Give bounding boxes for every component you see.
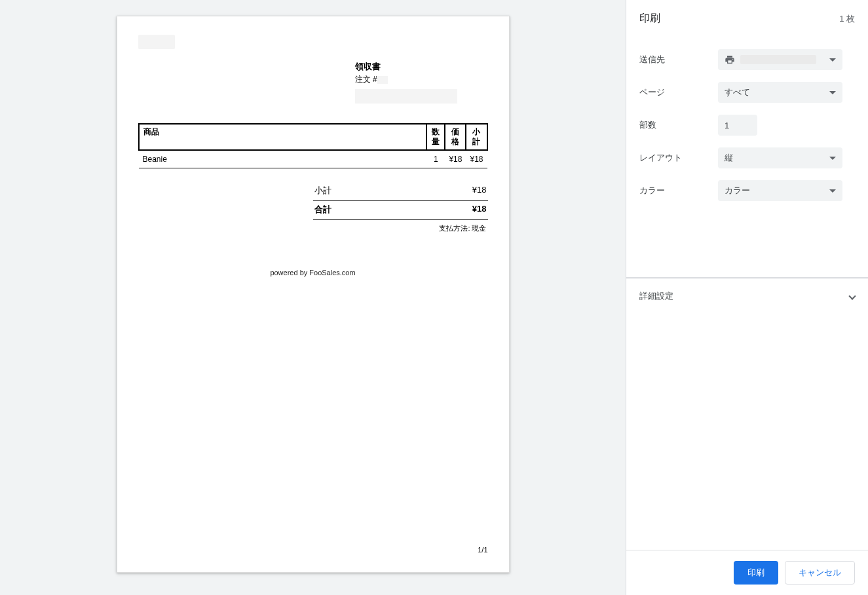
layout-label: レイアウト [639, 152, 718, 164]
payment-method: 支払方法: 現金 [313, 223, 488, 233]
cancel-button[interactable]: キャンセル [785, 561, 855, 585]
totals-block: 小計 ¥18 合計 ¥18 支払方法: 現金 [313, 182, 488, 233]
pages-select[interactable]: すべて [718, 82, 842, 103]
th-product: 商品 [139, 124, 427, 150]
order-number-line: 注文 # [355, 74, 488, 85]
chevron-down-icon [829, 157, 836, 160]
chevron-down-icon [829, 91, 836, 94]
cell-qty: 1 [426, 150, 445, 168]
cell-product: Beanie [139, 150, 427, 168]
sidebar-header: 印刷 1 枚 [626, 0, 868, 37]
chevron-down-icon [848, 292, 856, 299]
destination-select[interactable] [718, 49, 842, 70]
subtotal-value: ¥18 [472, 185, 487, 197]
receipt-page: 領収書 注文 # 商品 数 量 価 格 小 計 Beanie 1 ¥18 [117, 16, 510, 573]
address-mask [355, 89, 457, 104]
destination-value-mask [740, 55, 816, 64]
color-value: カラー [725, 185, 750, 197]
layout-row: レイアウト 縦 [639, 147, 855, 168]
table-row: Beanie 1 ¥18 ¥18 [139, 150, 487, 168]
more-settings-toggle[interactable]: 詳細設定 [626, 278, 868, 314]
pages-value: すべて [725, 86, 750, 98]
layout-value: 縦 [725, 152, 733, 164]
th-subtotal: 小 計 [466, 124, 487, 150]
copies-input[interactable] [718, 115, 757, 136]
sidebar-footer: 印刷 キャンセル [626, 550, 868, 595]
total-row: 合計 ¥18 [313, 201, 488, 220]
spacer [626, 314, 868, 550]
print-sidebar: 印刷 1 枚 送信先 ページ すべて 部数 [626, 0, 868, 595]
layout-select[interactable]: 縦 [718, 147, 842, 168]
copies-row: 部数 [639, 115, 855, 136]
items-table: 商品 数 量 価 格 小 計 Beanie 1 ¥18 ¥18 [138, 123, 488, 168]
order-prefix: 注文 # [355, 75, 377, 84]
print-preview-area: 領収書 注文 # 商品 数 量 価 格 小 計 Beanie 1 ¥18 [0, 0, 626, 595]
cell-subtotal: ¥18 [466, 150, 487, 168]
subtotal-label: 小計 [314, 185, 331, 197]
print-title: 印刷 [639, 12, 660, 26]
logo-placeholder [138, 35, 175, 49]
table-header-row: 商品 数 量 価 格 小 計 [139, 124, 487, 150]
receipt-title: 領収書 [355, 61, 488, 73]
color-select[interactable]: カラー [718, 180, 842, 201]
pages-row: ページ すべて [639, 82, 855, 103]
total-value: ¥18 [472, 204, 487, 216]
receipt-header: 領収書 注文 # [355, 61, 488, 104]
th-price: 価 格 [445, 124, 466, 150]
color-label: カラー [639, 185, 718, 197]
pages-label: ページ [639, 86, 718, 98]
destination-row: 送信先 [639, 49, 855, 70]
more-settings-label: 詳細設定 [639, 290, 673, 302]
destination-label: 送信先 [639, 54, 718, 66]
chevron-down-icon [829, 189, 836, 193]
copies-label: 部数 [639, 119, 718, 131]
sheet-count: 1 枚 [839, 13, 855, 25]
chevron-down-icon [829, 58, 836, 62]
sidebar-body: 送信先 ページ すべて 部数 レイアウト [626, 37, 868, 273]
printer-icon [725, 54, 735, 65]
cell-price: ¥18 [445, 150, 466, 168]
total-label: 合計 [314, 204, 331, 216]
subtotal-row: 小計 ¥18 [313, 182, 488, 201]
order-number-mask [377, 76, 388, 84]
powered-by: powered by FooSales.com [138, 269, 488, 277]
th-qty: 数 量 [426, 124, 445, 150]
page-number: 1/1 [478, 546, 487, 554]
color-row: カラー カラー [639, 180, 855, 201]
print-button[interactable]: 印刷 [734, 561, 778, 585]
